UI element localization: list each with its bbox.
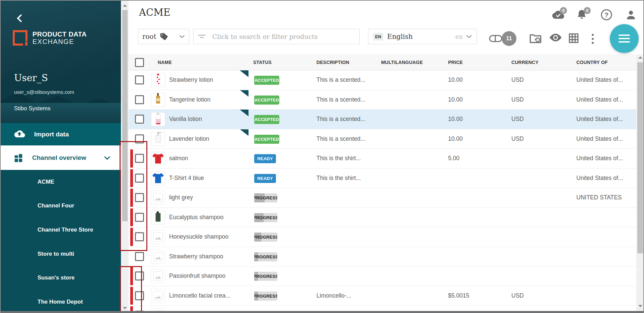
product-name xyxy=(169,306,238,311)
product-country xyxy=(576,247,634,266)
red-indicator-bar xyxy=(130,208,133,227)
select-all-checkbox[interactable] xyxy=(135,58,144,67)
table-row[interactable]: Strawberry shampoo PROGRESS xyxy=(129,247,636,267)
sidebar-item-acme[interactable]: ACME xyxy=(1,170,121,194)
row-checkbox[interactable] xyxy=(135,95,144,104)
status-label: PROGRESS xyxy=(254,294,277,299)
status-label: PROGRESS xyxy=(254,195,277,200)
row-checkbox[interactable] xyxy=(135,271,144,280)
left-scrollbar[interactable] xyxy=(121,1,129,313)
table-row[interactable]: Lavender lotion ACCEPTED This is a scent… xyxy=(129,129,636,149)
product-thumbnail xyxy=(151,132,165,146)
table-row[interactable]: salmon READY This is the shirt... 5.00 U… xyxy=(129,149,636,169)
row-checkbox[interactable] xyxy=(135,154,144,163)
column-header-name[interactable]: NAME xyxy=(158,54,172,70)
sidebar-item-susans-store[interactable]: Susan's store xyxy=(1,266,121,290)
red-indicator-bar xyxy=(130,306,133,311)
product-description xyxy=(316,208,378,227)
row-checkbox[interactable] xyxy=(135,252,144,261)
product-currency: USD xyxy=(511,90,524,110)
status-badge: READY xyxy=(254,154,276,163)
selected-count-badge[interactable]: 11 xyxy=(502,31,516,46)
status-label: ACCEPTED xyxy=(254,98,279,103)
search-input[interactable] xyxy=(212,33,355,41)
chevron-down-icon[interactable] xyxy=(104,155,110,162)
table-row[interactable]: Honeysuckle shampoo PROGRESS xyxy=(129,227,636,247)
product-thumbnail xyxy=(151,289,165,303)
help-icon[interactable]: ? xyxy=(600,9,613,21)
scroll-down-arrow[interactable] xyxy=(123,307,127,309)
language-code-badge: EN xyxy=(373,33,383,41)
sidebar-item-channel-overview[interactable]: Channel overview xyxy=(1,145,121,170)
compare-toggle-icon[interactable] xyxy=(489,34,501,46)
column-header-description[interactable]: DESCRIPTION xyxy=(316,54,349,70)
notifications-bell-icon[interactable]: 0 xyxy=(576,9,588,21)
channel-submenu: ACME Channel Four Channel Three Store St… xyxy=(1,170,121,313)
language-select[interactable]: EN English en xyxy=(368,29,477,44)
table-row[interactable]: light grey PROGRESS UNITED STATES xyxy=(129,188,636,208)
table-row[interactable]: Eucalyptus shampoo PROGRESS xyxy=(129,208,636,228)
user-organization: Stibo Systems xyxy=(14,105,51,112)
product-description: This is a scented... xyxy=(316,90,378,110)
sidebar-item-the-home-depot[interactable]: The Home Depot xyxy=(1,290,121,313)
status-label: READY xyxy=(254,176,276,181)
row-checkbox[interactable] xyxy=(135,115,144,124)
sync-status-cloud-icon[interactable]: 0 xyxy=(552,9,564,21)
column-header-multilanguage[interactable]: MULTILANGUAGE xyxy=(381,54,423,70)
row-checkbox[interactable] xyxy=(135,75,144,84)
more-options-icon[interactable] xyxy=(591,33,603,45)
product-price: 10.00 xyxy=(448,70,463,90)
product-description: This is a scented... xyxy=(316,129,378,149)
column-header-country[interactable]: COUNTRY OF xyxy=(576,54,608,70)
scrollbar-thumb[interactable] xyxy=(637,62,643,253)
language-name: English xyxy=(387,33,413,41)
column-header-price[interactable]: PRICE xyxy=(448,54,463,70)
scroll-up-arrow[interactable] xyxy=(638,56,642,59)
table-row[interactable]: Tangerine lotion ACCEPTED This is a scen… xyxy=(129,90,636,110)
sidebar-item-channel-three-store[interactable]: Channel Three Store xyxy=(1,218,121,242)
product-currency: USD xyxy=(511,70,524,90)
product-name: light grey xyxy=(169,188,238,207)
sidebar-item-store-to-multi[interactable]: Store to multi xyxy=(1,242,121,266)
row-checkbox[interactable] xyxy=(135,134,144,143)
table-row[interactable]: T-Shirt 4 blue READY This is the shirt..… xyxy=(129,169,636,188)
red-indicator-bar xyxy=(130,189,133,207)
product-search-box[interactable] xyxy=(193,29,360,44)
grid-view-icon[interactable] xyxy=(568,33,580,45)
product-name: Vanilla lotion xyxy=(169,110,238,129)
preview-eye-icon[interactable] xyxy=(549,33,561,45)
app-window: PRODUCT DATA EXCHANGE User_S user_s@stib… xyxy=(0,0,644,313)
scroll-up-arrow[interactable] xyxy=(123,4,127,7)
row-checkbox[interactable] xyxy=(135,213,144,222)
window-bottom-edge xyxy=(1,311,643,313)
row-checkbox[interactable] xyxy=(135,291,144,300)
folder-sync-icon[interactable] xyxy=(529,33,541,45)
root-category-select[interactable]: root xyxy=(138,29,189,44)
product-country: United States of... xyxy=(576,110,634,129)
product-country: United States of... xyxy=(576,129,634,149)
table-row[interactable]: Strawberry lotion ACCEPTED This is a sce… xyxy=(129,70,636,90)
row-checkbox[interactable] xyxy=(135,232,144,241)
status-label: PROGRESS xyxy=(254,274,277,279)
table-row[interactable]: Passionfruit shampoo PROGRESS xyxy=(129,266,636,286)
sidebar-item-import-data[interactable]: Import data xyxy=(1,123,121,145)
column-header-status[interactable]: STATUS xyxy=(253,54,272,70)
column-header-currency[interactable]: CURRENCY xyxy=(511,54,539,70)
menu-fab-button[interactable] xyxy=(610,24,639,53)
product-price: 10.00 xyxy=(448,129,463,149)
status-label: ACCEPTED xyxy=(254,117,279,122)
table-row[interactable]: Vanilla lotion ACCEPTED This is a scente… xyxy=(129,110,636,129)
status-badge: PROGRESS xyxy=(254,292,277,301)
table-row[interactable] xyxy=(129,306,636,311)
sidebar-item-channel-four[interactable]: Channel Four xyxy=(1,194,121,218)
scrollbar-thumb[interactable] xyxy=(122,10,128,221)
cloud-upload-icon xyxy=(13,130,25,139)
product-name: Strawberry shampoo xyxy=(169,247,238,266)
row-checkbox[interactable] xyxy=(135,193,144,202)
status-badge: ACCEPTED xyxy=(254,76,279,85)
table-row[interactable]: Limoncello facial crea... PROGRESS Limon… xyxy=(129,286,636,306)
row-checkbox[interactable] xyxy=(135,174,144,183)
user-profile-icon[interactable] xyxy=(625,9,637,21)
right-scrollbar[interactable] xyxy=(636,54,644,311)
scroll-down-arrow[interactable] xyxy=(638,305,642,307)
